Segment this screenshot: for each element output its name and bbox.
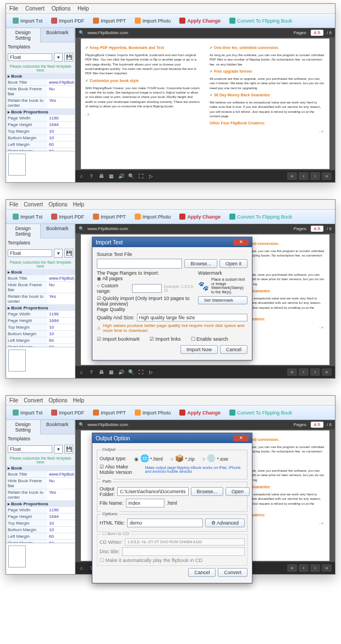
prop-row[interactable]: Retain the book to centerYes xyxy=(6,293,75,305)
search-icon[interactable]: 🔍 xyxy=(79,30,84,35)
prop-header[interactable]: ▸ Book Proportions xyxy=(6,501,75,507)
import-bookmark-check[interactable]: Import bookmark xyxy=(97,336,140,342)
prop-header[interactable]: ▸ Book Proportions xyxy=(6,305,75,311)
prop-row[interactable]: Left Margin60 xyxy=(6,141,75,148)
html-title-input[interactable]: demo xyxy=(127,519,203,527)
prop-row[interactable]: Book Titlewww.FlipBuil... xyxy=(6,471,75,478)
custom-range-radio[interactable]: Custom range: xyxy=(97,283,130,294)
output-folder-input[interactable]: C:\Users\achance\Documents xyxy=(117,487,189,496)
mobile-check[interactable]: Also Make Mobile Version xyxy=(100,464,143,475)
prop-row[interactable]: Retain the book to centerYes xyxy=(6,97,75,109)
cd-writer-select[interactable]: 1:0:0,E: HL-DT-ST DVD ROM DH40N A103 xyxy=(125,538,245,545)
prop-header[interactable]: ▸ Book xyxy=(6,465,75,471)
prop-header[interactable]: ▸ Book Proportions xyxy=(6,109,75,115)
open-button[interactable]: Open it xyxy=(219,259,248,268)
browse-button[interactable]: Browse... xyxy=(184,259,217,268)
import-pdf-button[interactable]: Import PDF xyxy=(48,16,87,25)
import-txt-button[interactable]: Import Txt xyxy=(9,16,46,25)
next-button[interactable]: › xyxy=(310,172,320,180)
output-exe-radio[interactable]: 💿 *.exe xyxy=(202,454,228,462)
prop-row[interactable]: Book Titlewww.FlipBuil... xyxy=(6,79,75,86)
apply-change-button[interactable]: Apply Change xyxy=(176,212,224,221)
import-now-button[interactable]: Import Now xyxy=(180,345,218,354)
import-photo-button[interactable]: Import Photo xyxy=(131,212,174,221)
import-photo-button[interactable]: Import Photo xyxy=(131,16,174,25)
prop-row[interactable]: Top Margin10 xyxy=(6,520,75,527)
browse-button[interactable]: Browse... xyxy=(191,487,224,496)
source-input[interactable] xyxy=(97,259,182,269)
prop-row[interactable]: Page Height1684 xyxy=(6,514,75,520)
autoplay-check[interactable]: Make it automatically play the flipbook … xyxy=(100,558,245,563)
close-icon[interactable]: ✕ xyxy=(233,239,249,245)
prop-row[interactable]: Left Margin60 xyxy=(6,337,75,344)
output-html-radio[interactable]: 🌐 *.html xyxy=(134,454,163,462)
template-select[interactable]: Float xyxy=(8,53,52,61)
prop-row[interactable]: Hide Book Frame BarNo xyxy=(6,86,75,97)
quick-import-check[interactable]: Quickly import (Only import 10 pages to … xyxy=(97,296,195,307)
prop-row[interactable]: Book Titlewww.FlipBuil... xyxy=(6,275,75,282)
all-pages-radio[interactable]: All pages xyxy=(97,276,195,281)
menu-file[interactable]: File xyxy=(9,6,18,12)
disc-title-input[interactable] xyxy=(122,547,245,556)
import-pdf-button[interactable]: Import PDF xyxy=(48,212,87,221)
convert-button[interactable]: Convert xyxy=(218,568,248,577)
fullscreen-icon[interactable]: ⛶ xyxy=(138,173,144,179)
thumbs-icon[interactable]: ▦ xyxy=(108,173,114,179)
template-browse-button[interactable]: ▾ xyxy=(54,53,63,62)
menu-convert[interactable]: Convert xyxy=(25,6,45,12)
prop-row[interactable]: Top Margin10 xyxy=(6,128,75,135)
prop-header[interactable]: ▸ Book xyxy=(6,269,75,275)
open-button[interactable]: Open xyxy=(226,487,250,496)
cancel-button[interactable]: Cancel xyxy=(220,345,248,354)
prop-row[interactable]: Hide Book Frame BarNo xyxy=(6,282,75,293)
prop-row[interactable]: Bottom Margin10 xyxy=(6,331,75,337)
first-button[interactable]: « xyxy=(287,172,297,180)
menu-options[interactable]: Options xyxy=(52,6,70,12)
property-grid[interactable]: ▸ BookBook Titlewww.FlipBuil...Hide Book… xyxy=(6,73,75,151)
import-ppt-button[interactable]: Import PPT xyxy=(90,212,129,221)
apply-change-button[interactable]: Apply Change xyxy=(176,16,224,25)
page-thumb[interactable] xyxy=(8,154,26,176)
burn-cd-check[interactable]: Burn to CD xyxy=(101,531,131,536)
last-button[interactable]: » xyxy=(322,172,332,180)
output-zip-radio[interactable]: 📦 *.zip xyxy=(170,454,195,462)
prop-row[interactable]: Top Margin10 xyxy=(6,324,75,331)
template-save-button[interactable]: 💾 xyxy=(64,53,73,62)
book-spread[interactable]: ✓ Keep PDF Hyperlink, Bookmark and Text … xyxy=(75,37,335,170)
quality-select[interactable]: High quality large file size xyxy=(137,314,248,321)
import-txt-button[interactable]: Import Txt xyxy=(9,212,46,221)
prev-button[interactable]: ‹ xyxy=(299,172,309,180)
help-icon[interactable]: ? xyxy=(89,173,94,179)
autoplay-icon[interactable]: ▷ xyxy=(148,173,153,179)
prop-header[interactable]: ▸ Book xyxy=(6,73,75,79)
zoom-icon[interactable]: 🔍 xyxy=(128,173,134,179)
print-icon[interactable]: 🖶 xyxy=(98,173,104,179)
convert-button[interactable]: Convert To Flipping Book xyxy=(226,16,295,25)
tab-design[interactable]: Design Setting xyxy=(6,28,41,42)
advanced-button[interactable]: ⚙ Advanced xyxy=(205,519,245,527)
menu-help[interactable]: Help xyxy=(78,6,89,12)
convert-button[interactable]: Convert To Flipping Book xyxy=(226,212,295,221)
prop-row[interactable]: Bottom Margin10 xyxy=(6,135,75,141)
custom-range-input[interactable] xyxy=(132,284,162,293)
enable-search-check[interactable]: Enable search xyxy=(191,336,228,342)
page-input[interactable]: 4-5 xyxy=(311,30,324,36)
home-icon[interactable]: ⌂ xyxy=(79,173,84,179)
prop-row[interactable]: Hide Book Frame BarNo xyxy=(6,478,75,489)
prop-row[interactable]: Page Width1190 xyxy=(6,115,75,122)
prop-row[interactable]: Page Width1190 xyxy=(6,507,75,514)
prop-row[interactable]: Page Height1684 xyxy=(6,122,75,128)
cancel-button[interactable]: Cancel xyxy=(188,568,216,577)
prop-row[interactable]: Page Width1190 xyxy=(6,311,75,318)
filename-input[interactable]: index xyxy=(126,499,164,507)
import-links-check[interactable]: Import links xyxy=(150,336,181,342)
prop-row[interactable]: Page Height1684 xyxy=(6,318,75,324)
tab-bookmark[interactable]: Bookmark xyxy=(41,28,75,42)
set-watermark-button[interactable]: Set Watermark xyxy=(198,296,248,304)
prop-row[interactable]: Left Margin60 xyxy=(6,533,75,540)
prop-row[interactable]: Bottom Margin10 xyxy=(6,527,75,533)
sound-icon[interactable]: 🔊 xyxy=(118,173,124,179)
import-ppt-button[interactable]: Import PPT xyxy=(90,16,129,25)
close-icon[interactable]: ✕ xyxy=(233,435,249,441)
prop-row[interactable]: Retain the book to centerYes xyxy=(6,489,75,501)
